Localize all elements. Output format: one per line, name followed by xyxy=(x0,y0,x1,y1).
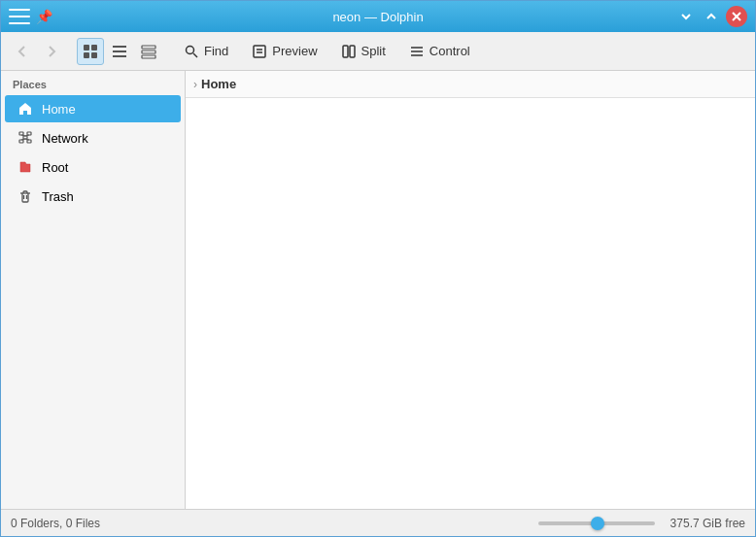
sidebar: Places Home xyxy=(1,71,186,509)
sidebar-item-home-label: Home xyxy=(42,102,76,117)
svg-rect-17 xyxy=(343,46,348,57)
svg-rect-14 xyxy=(254,46,265,57)
svg-rect-18 xyxy=(350,46,355,57)
svg-rect-10 xyxy=(142,50,155,53)
svg-rect-2 xyxy=(84,45,89,50)
svg-rect-5 xyxy=(91,52,97,58)
svg-point-12 xyxy=(187,46,194,53)
breadcrumb-bar: › Home xyxy=(186,71,755,98)
svg-rect-11 xyxy=(142,55,155,58)
sidebar-item-trash-label: Trash xyxy=(42,189,74,204)
sidebar-item-root-label: Root xyxy=(42,160,68,175)
content-area: › Home xyxy=(186,71,755,509)
control-button[interactable]: Control xyxy=(399,38,480,65)
view-buttons xyxy=(77,38,162,65)
svg-rect-26 xyxy=(27,140,31,143)
pin-icon[interactable]: 📌 xyxy=(36,9,52,24)
breadcrumb-current[interactable]: Home xyxy=(201,77,236,91)
back-button[interactable] xyxy=(9,38,36,65)
svg-rect-24 xyxy=(27,132,31,135)
svg-line-30 xyxy=(25,139,29,140)
titlebar-controls xyxy=(675,6,747,27)
sidebar-item-network-label: Network xyxy=(42,131,88,146)
menu-icon[interactable] xyxy=(9,9,30,24)
nav-buttons xyxy=(9,38,65,65)
zoom-slider-thumb xyxy=(591,517,604,530)
forward-button[interactable] xyxy=(38,38,65,65)
svg-rect-25 xyxy=(19,140,23,143)
zoom-slider-container xyxy=(538,521,655,525)
toolbar: Find Preview Split Control xyxy=(1,32,755,71)
titlebar-left: 📌 xyxy=(9,9,52,24)
svg-rect-4 xyxy=(84,52,89,58)
close-button[interactable] xyxy=(726,6,747,27)
svg-line-29 xyxy=(21,139,25,140)
detail-view-button[interactable] xyxy=(135,38,162,65)
main-area: Places Home xyxy=(1,71,755,509)
compact-view-button[interactable] xyxy=(106,38,133,65)
titlebar: 📌 neon — Dolphin xyxy=(1,1,755,32)
svg-rect-7 xyxy=(113,50,126,52)
root-icon xyxy=(17,158,34,176)
breadcrumb-arrow: › xyxy=(193,78,197,91)
svg-rect-22 xyxy=(19,132,23,135)
svg-rect-8 xyxy=(113,55,126,57)
sidebar-item-root[interactable]: Root xyxy=(5,153,181,181)
svg-line-27 xyxy=(21,135,25,136)
svg-rect-3 xyxy=(91,45,97,50)
titlebar-title: neon — Dolphin xyxy=(332,10,423,24)
window: 📌 neon — Dolphin xyxy=(0,0,756,537)
svg-rect-23 xyxy=(23,136,27,139)
network-icon xyxy=(17,129,34,147)
home-icon xyxy=(17,100,34,117)
svg-rect-9 xyxy=(142,46,155,49)
statusbar-info: 0 Folders, 0 Files xyxy=(11,517,100,530)
minimize-button[interactable] xyxy=(675,6,697,27)
sidebar-item-trash[interactable]: Trash xyxy=(5,183,181,210)
maximize-button[interactable] xyxy=(701,6,722,27)
preview-button[interactable]: Preview xyxy=(242,38,326,65)
svg-rect-6 xyxy=(113,46,126,48)
icon-view-button[interactable] xyxy=(77,38,104,65)
places-label: Places xyxy=(1,75,185,94)
statusbar: 0 Folders, 0 Files 375.7 GiB free xyxy=(1,509,755,536)
trash-icon xyxy=(17,187,34,205)
svg-line-13 xyxy=(193,53,197,57)
find-button[interactable]: Find xyxy=(174,38,238,65)
sidebar-item-home[interactable]: Home xyxy=(5,95,181,122)
sidebar-item-network[interactable]: Network xyxy=(5,124,181,151)
svg-line-28 xyxy=(25,135,29,136)
zoom-slider[interactable] xyxy=(538,521,655,525)
free-space-label: 375.7 GiB free xyxy=(670,517,745,530)
split-button[interactable]: Split xyxy=(331,38,395,65)
file-area[interactable] xyxy=(186,98,755,509)
